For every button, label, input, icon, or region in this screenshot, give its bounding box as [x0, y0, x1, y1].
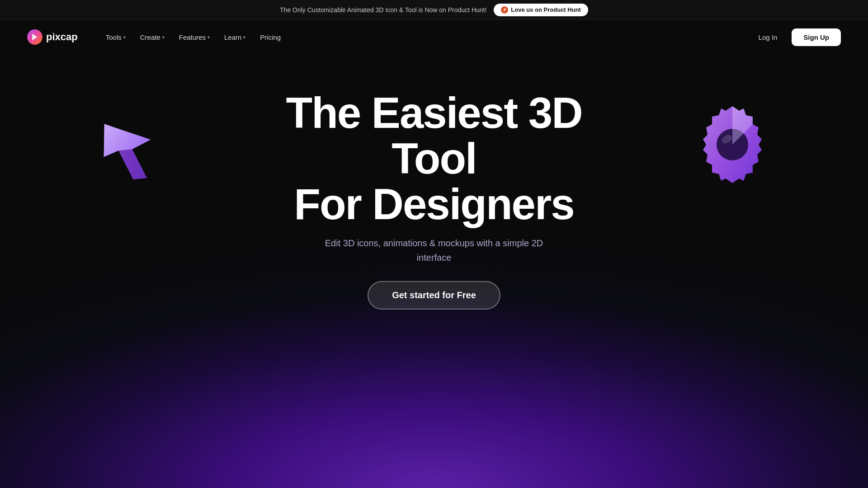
ph-button-label: Love us on Product Hunt — [511, 6, 581, 13]
hero-section: The Easiest 3D Tool For Designers Edit 3… — [0, 54, 868, 488]
hero-subtitle: Edit 3D icons, animations & mockups with… — [321, 236, 547, 265]
signup-button[interactable]: Sign Up — [792, 28, 841, 46]
create-chevron-icon: ▾ — [162, 35, 165, 40]
nav-actions: Log In Sign Up — [751, 28, 841, 46]
login-button[interactable]: Log In — [751, 30, 785, 45]
logo[interactable]: pixcap — [27, 29, 78, 45]
nav-pricing[interactable]: Pricing — [254, 30, 287, 45]
announcement-bar: The Only Customizable Animated 3D Icon &… — [0, 0, 868, 20]
nav-learn[interactable]: Learn ▾ — [218, 30, 252, 45]
hero-title: The Easiest 3D Tool For Designers — [249, 90, 619, 227]
nav-features[interactable]: Features ▾ — [173, 30, 216, 45]
announcement-text: The Only Customizable Animated 3D Icon &… — [280, 6, 486, 14]
navbar: pixcap Tools ▾ Create ▾ Features ▾ Learn… — [0, 20, 868, 54]
nav-items: Tools ▾ Create ▾ Features ▾ Learn ▾ Pric… — [99, 30, 751, 45]
deco-left-arrow — [99, 108, 172, 199]
svg-rect-1 — [504, 10, 505, 11]
product-hunt-button[interactable]: Love us on Product Hunt — [494, 4, 588, 16]
nav-create[interactable]: Create ▾ — [134, 30, 171, 45]
logo-text: pixcap — [46, 31, 78, 43]
get-started-button[interactable]: Get started for Free — [368, 281, 500, 310]
features-chevron-icon: ▾ — [208, 35, 210, 40]
ph-logo-icon — [501, 6, 508, 14]
deco-right-gear — [687, 99, 778, 190]
learn-chevron-icon: ▾ — [243, 35, 245, 40]
logo-icon — [27, 29, 42, 45]
nav-tools[interactable]: Tools ▾ — [99, 30, 132, 45]
tools-chevron-icon: ▾ — [123, 35, 126, 40]
hero-cta-container: Get started for Free — [368, 281, 500, 310]
